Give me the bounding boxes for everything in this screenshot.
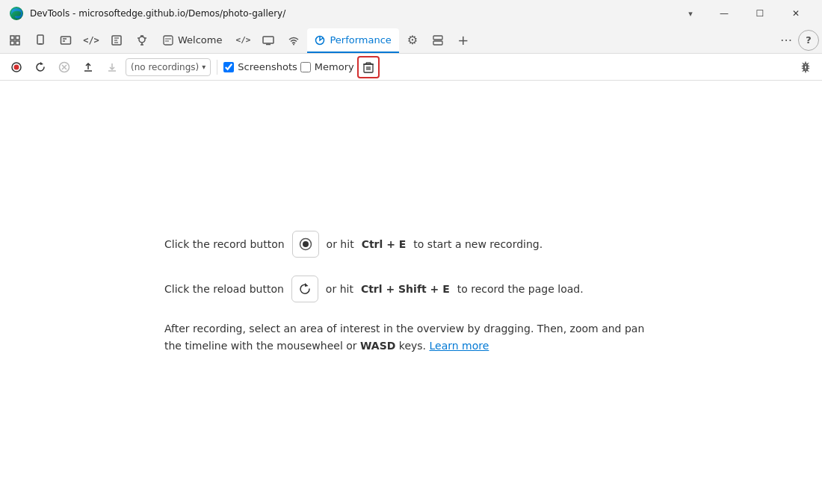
toolbar-separator-1 <box>217 60 217 75</box>
svg-rect-7 <box>61 37 71 44</box>
memory-label: Memory <box>315 61 354 72</box>
svg-point-26 <box>293 43 294 45</box>
svg-rect-4 <box>16 41 19 45</box>
download-button[interactable] <box>102 57 123 78</box>
svg-point-50 <box>303 241 309 247</box>
window-controls: — ☐ ✕ <box>707 2 813 25</box>
tab-network[interactable] <box>130 28 154 52</box>
screenshots-label: Screenshots <box>238 61 297 72</box>
learn-more-link[interactable]: Learn more <box>430 340 489 352</box>
panel-tabs-bar: </> Welcome </> <box>0 27 822 54</box>
svg-rect-29 <box>433 41 442 45</box>
window-title: DevTools - microsoftedge.github.io/Demos… <box>30 8 674 19</box>
close-button[interactable]: ✕ <box>779 2 813 25</box>
tab-inspect[interactable] <box>3 28 27 52</box>
svg-rect-21 <box>164 36 173 45</box>
info-paragraph: After recording, select an area of inter… <box>164 320 658 354</box>
screenshots-checkbox[interactable] <box>223 62 234 72</box>
memory-checkbox-item[interactable]: Memory <box>300 61 354 72</box>
performance-toolbar: (no recordings) ▾ Screenshots Memory <box>0 54 822 81</box>
tab-console[interactable]: </> <box>79 28 103 52</box>
dropdown-arrow-icon: ▾ <box>202 63 206 71</box>
svg-marker-51 <box>305 283 309 287</box>
title-bar: DevTools - microsoftedge.github.io/Demos… <box>0 0 822 27</box>
svg-rect-28 <box>433 36 442 40</box>
delete-recordings-button[interactable] <box>357 56 380 78</box>
tab-layers[interactable] <box>426 28 450 52</box>
tab-html[interactable]: </> <box>231 28 255 52</box>
tab-wifi[interactable] <box>282 28 306 52</box>
reload-text-or: or hit <box>326 281 353 297</box>
svg-rect-24 <box>263 37 274 43</box>
minimize-button[interactable]: — <box>707 2 741 25</box>
reload-text-before: Click the reload button <box>164 281 284 297</box>
help-button[interactable]: ? <box>798 30 819 51</box>
clear-button[interactable] <box>54 57 75 78</box>
tab-performance[interactable]: Performance <box>307 28 398 52</box>
reload-shortcut: Ctrl + Shift + E <box>361 281 450 297</box>
record-shortcut: Ctrl + E <box>362 237 407 252</box>
tab-sources[interactable] <box>105 28 129 52</box>
tab-settings-gear[interactable]: ⚙ <box>401 28 424 52</box>
svg-rect-2 <box>16 36 19 40</box>
record-instruction: Click the record button or hit Ctrl + E … <box>164 231 658 258</box>
recordings-value: (no recordings) <box>131 62 199 72</box>
record-text-before: Click the record button <box>164 237 285 252</box>
tab-screen[interactable] <box>256 28 280 52</box>
add-panel-button[interactable]: + <box>451 28 475 52</box>
svg-marker-32 <box>40 62 43 65</box>
browser-logo <box>9 6 24 21</box>
record-text-after: to start a new recording. <box>413 237 543 252</box>
maximize-button[interactable]: ☐ <box>743 2 777 25</box>
tab-device-mode[interactable] <box>28 28 52 52</box>
svg-point-14 <box>139 37 145 43</box>
record-button[interactable] <box>6 57 27 78</box>
svg-point-31 <box>14 64 19 69</box>
tab-elements[interactable] <box>54 28 78 52</box>
tab-welcome-label: Welcome <box>178 34 222 46</box>
record-icon-box <box>292 231 319 258</box>
title-chevron[interactable]: ▾ <box>680 4 701 22</box>
tab-welcome[interactable]: Welcome <box>155 28 229 52</box>
more-tools-button[interactable]: ⋯ <box>776 30 797 51</box>
reload-button[interactable] <box>30 57 51 78</box>
settings-button[interactable] <box>795 57 816 78</box>
main-content: Click the record button or hit Ctrl + E … <box>0 81 822 504</box>
instructions-panel: Click the record button or hit Ctrl + E … <box>149 216 673 369</box>
wasd-text: WASD <box>360 340 395 352</box>
memory-checkbox[interactable] <box>300 62 311 72</box>
svg-rect-1 <box>10 36 14 40</box>
reload-instruction: Click the reload button or hit Ctrl + Sh… <box>164 276 658 302</box>
record-text-or: or hit <box>327 237 354 252</box>
reload-text-after: to record the page load. <box>457 281 584 297</box>
recordings-dropdown[interactable]: (no recordings) ▾ <box>126 58 211 76</box>
reload-icon-box <box>291 276 318 302</box>
info-text-2: keys. <box>395 340 429 352</box>
svg-rect-6 <box>39 43 42 45</box>
svg-rect-3 <box>10 41 14 45</box>
tab-performance-label: Performance <box>330 34 391 46</box>
svg-rect-5 <box>37 35 43 44</box>
upload-button[interactable] <box>78 57 99 78</box>
screenshots-checkbox-item[interactable]: Screenshots <box>223 61 297 72</box>
